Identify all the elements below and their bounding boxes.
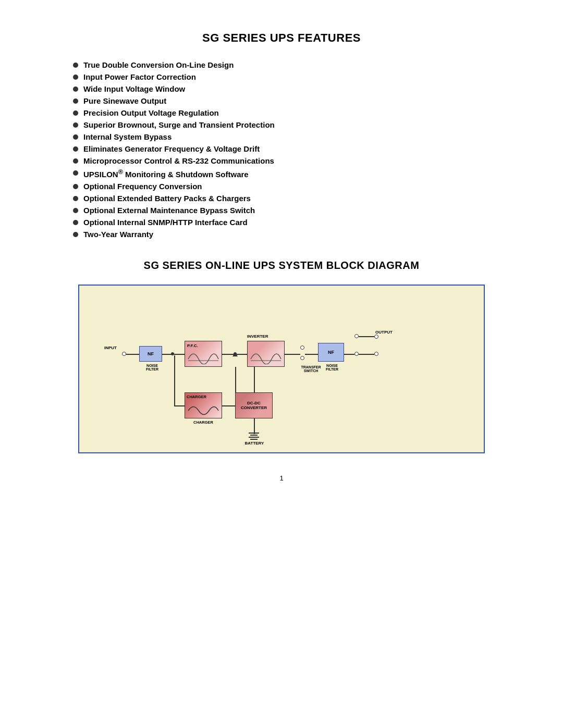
diagram-inner: INPUT NF NOISEFILTER P.F.C. bbox=[90, 296, 473, 442]
block-diagram: INPUT NF NOISEFILTER P.F.C. bbox=[78, 285, 485, 453]
feature-text: Optional External Maintenance Bypass Swi… bbox=[83, 206, 255, 215]
bullet-icon bbox=[73, 146, 78, 152]
feature-text: True Double Conversion On-Line Design bbox=[83, 60, 234, 69]
feature-text: Optional Frequency Conversion bbox=[83, 182, 202, 191]
charger-block: CHARGER bbox=[185, 392, 222, 418]
feature-item-2: Wide Input Voltage Window bbox=[73, 84, 521, 93]
feature-text: Internal System Bypass bbox=[83, 132, 172, 141]
arrow-up-pfc bbox=[232, 352, 238, 356]
line-inverter-to-switch bbox=[285, 354, 300, 355]
battery-label: BATTERY bbox=[240, 441, 269, 446]
feature-item-12: Optional External Maintenance Bypass Swi… bbox=[73, 206, 521, 215]
line-output-bottom bbox=[359, 354, 374, 355]
bullet-icon bbox=[73, 98, 78, 104]
line-switch-to-nf-right bbox=[305, 354, 318, 355]
bullet-icon bbox=[73, 184, 78, 189]
noise-filter-right-label: NOISEFILTER bbox=[319, 364, 345, 371]
bullet-icon bbox=[73, 196, 78, 201]
line-input-to-nf bbox=[126, 354, 139, 355]
output-label: OUTPUT bbox=[375, 330, 393, 335]
line-dcdc-to-pfc-v bbox=[254, 367, 255, 392]
feature-item-14: Two-Year Warranty bbox=[73, 230, 521, 239]
page-number: 1 bbox=[42, 474, 521, 482]
feature-item-10: Optional Frequency Conversion bbox=[73, 182, 521, 191]
inverter-label: INVERTER bbox=[247, 334, 268, 339]
bullet-icon bbox=[73, 208, 78, 213]
feature-text: Microprocessor Control & RS-232 Communic… bbox=[83, 156, 274, 165]
features-title: SG SERIES UPS FEATURES bbox=[42, 31, 521, 45]
line-charger-to-dcdc bbox=[222, 405, 235, 406]
feature-item-3: Pure Sinewave Output bbox=[73, 96, 521, 105]
dcdc-label: DC-DCCONVERTER bbox=[241, 401, 267, 410]
inverter-wave-svg bbox=[248, 346, 284, 364]
bullet-icon bbox=[73, 75, 78, 80]
charger-label-top: CHARGER bbox=[187, 394, 206, 399]
feature-item-9: UPSILON® Monitoring & Shutdown Software bbox=[73, 168, 521, 179]
feature-item-5: Superior Brownout, Surge and Transient P… bbox=[73, 120, 521, 129]
pfc-wave-svg bbox=[186, 346, 221, 364]
feature-item-0: True Double Conversion On-Line Design bbox=[73, 60, 521, 69]
nf-label-right: NF bbox=[328, 350, 334, 355]
feature-item-6: Internal System Bypass bbox=[73, 132, 521, 141]
transfer-circle-2 bbox=[300, 356, 304, 360]
feature-item-1: Input Power Factor Correction bbox=[73, 72, 521, 81]
feature-text: Input Power Factor Correction bbox=[83, 72, 196, 81]
feature-text: Two-Year Warranty bbox=[83, 230, 153, 239]
feature-item-8: Microprocessor Control & RS-232 Communic… bbox=[73, 156, 521, 165]
feature-item-13: Optional Internal SNMP/HTTP Interface Ca… bbox=[73, 218, 521, 227]
inverter-block bbox=[247, 341, 285, 367]
bullet-icon bbox=[73, 110, 78, 116]
input-connector bbox=[122, 352, 126, 356]
bullet-icon bbox=[73, 158, 78, 164]
nf-block-right: NF bbox=[318, 343, 344, 362]
features-list: True Double Conversion On-Line DesignInp… bbox=[42, 60, 521, 239]
feature-text: UPSILON® Monitoring & Shutdown Software bbox=[83, 168, 249, 179]
noise-filter-left-label: NOISEFILTER bbox=[141, 364, 164, 371]
charger-label: CHARGER bbox=[186, 420, 221, 425]
dcdc-block: DC-DCCONVERTER bbox=[235, 392, 273, 418]
feature-item-4: Precision Output Voltage Regulation bbox=[73, 108, 521, 117]
bullet-icon bbox=[73, 122, 78, 128]
output-terminal-bottom bbox=[374, 352, 378, 356]
bullet-icon bbox=[73, 220, 78, 225]
line-output-top bbox=[359, 336, 374, 337]
charger-wave-svg bbox=[186, 400, 221, 416]
line-nf-right-to-output bbox=[344, 354, 354, 355]
diagram-title: SG SERIES ON-LINE UPS SYSTEM BLOCK DIAGR… bbox=[42, 260, 521, 272]
output-circle-2 bbox=[354, 352, 359, 356]
output-terminal-top bbox=[374, 335, 378, 339]
output-circle-1 bbox=[354, 334, 359, 338]
feature-item-11: Optional Extended Battery Packs & Charge… bbox=[73, 194, 521, 203]
bullet-icon bbox=[73, 232, 78, 237]
feature-text: Eliminates Generator Frequency & Voltage… bbox=[83, 144, 260, 153]
line-dcdc-to-battery bbox=[254, 418, 255, 434]
bullet-icon bbox=[73, 134, 78, 140]
line-nf-junction-to-charger bbox=[174, 405, 185, 406]
transfer-circle-1 bbox=[300, 346, 304, 350]
bullet-icon bbox=[73, 170, 78, 176]
bullet-icon bbox=[73, 63, 78, 68]
feature-item-7: Eliminates Generator Frequency & Voltage… bbox=[73, 144, 521, 153]
nf-block-left: NF bbox=[139, 346, 162, 362]
battery-symbol bbox=[244, 433, 263, 440]
input-label: INPUT bbox=[104, 346, 117, 350]
pfc-block: P.F.C. bbox=[185, 341, 222, 367]
line-junction-to-pfc bbox=[174, 354, 185, 355]
feature-text: Pure Sinewave Output bbox=[83, 96, 166, 105]
feature-text: Superior Brownout, Surge and Transient P… bbox=[83, 120, 275, 129]
line-v-junction-charger bbox=[174, 355, 175, 405]
feature-text: Optional Internal SNMP/HTTP Interface Ca… bbox=[83, 218, 248, 227]
feature-text: Precision Output Voltage Regulation bbox=[83, 108, 219, 117]
nf-label-left: NF bbox=[148, 351, 154, 356]
bullet-icon bbox=[73, 87, 78, 92]
feature-text: Wide Input Voltage Window bbox=[83, 84, 185, 93]
feature-text: Optional Extended Battery Packs & Charge… bbox=[83, 194, 251, 203]
line-junction2-to-inverter bbox=[237, 354, 247, 355]
